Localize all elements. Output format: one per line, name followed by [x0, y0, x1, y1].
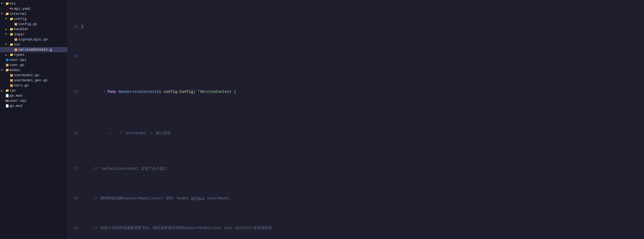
- sidebar-item-etc[interactable]: 📁 etc: [0, 1, 67, 6]
- sidebar-item-servicecontext[interactable]: 🐹 serviceContext.g: [0, 47, 67, 52]
- sidebar-item-handler[interactable]: 📁 handler: [0, 27, 67, 32]
- go-icon-usermodel: 🐹: [9, 73, 14, 77]
- sidebar-item-signuplogic[interactable]: 🐹 signupLogic.go: [0, 37, 67, 42]
- arrow-config: [5, 17, 9, 20]
- arrow-internal: [1, 12, 5, 15]
- line16-content: ⊣// UserModel -> 接口类型: [81, 124, 170, 142]
- label-model: model: [10, 68, 20, 72]
- go-icon-usermodel-gen: 🐹: [9, 79, 14, 82]
- folder-icon-svc: 📁: [9, 43, 14, 46]
- code-line-19: 19 // 但是小写的构造函数需要导出，因此需要通过调用NewUserModel…: [72, 225, 640, 231]
- label-etc: etc: [10, 2, 16, 6]
- label-signuplogic: signupLogic.go: [18, 37, 48, 41]
- sidebar-item-svc[interactable]: 📁 svc: [0, 42, 67, 47]
- code-line-15: 15 ⊢func NewServiceContext(c config.Conf…: [72, 83, 640, 101]
- sidebar-item-api-yaml[interactable]: YML api.yaml: [0, 6, 67, 11]
- sidebar-item-rpc[interactable]: 📁 rpc: [0, 88, 67, 93]
- folder-icon-etc: 📁: [5, 2, 10, 5]
- sidebar-item-gomod1[interactable]: 📄 go.mod: [0, 93, 67, 98]
- label-config: config: [14, 17, 27, 21]
- folder-icon-config: 📁: [9, 17, 14, 21]
- code-line-16: 16 ⊣// UserModel -> 接口类型: [72, 124, 640, 142]
- arrow-logic: [5, 33, 9, 36]
- file-icon-gomod2: 📄: [5, 104, 10, 108]
- label-user-go: user.go: [10, 63, 24, 67]
- label-user-api: user.api: [10, 58, 26, 62]
- arrow-rpc: [1, 89, 5, 92]
- sidebar-item-config[interactable]: 📁 config: [0, 16, 67, 22]
- line13-content: }: [81, 24, 83, 30]
- go-icon-config: 🐹: [13, 22, 18, 26]
- label-logic: logic: [14, 32, 24, 36]
- label-servicecontext: serviceContext.g: [18, 48, 52, 52]
- folder-icon-logic: 📁: [9, 33, 14, 36]
- label-config-go: config.go: [18, 22, 37, 26]
- sidebar-item-types[interactable]: 📁 types: [0, 52, 67, 57]
- editor-content: 13 } 14 15 ⊢func NewServiceContext(c con…: [67, 0, 644, 239]
- code-editor: 13 } 14 15 ⊢func NewServiceContext(c con…: [67, 0, 644, 239]
- arrow-svc: [5, 43, 9, 46]
- go-icon-vars: 🐹: [9, 84, 14, 87]
- label-gomod2: go.mod: [10, 104, 22, 108]
- code-line-13: 13 }: [72, 24, 640, 30]
- arrow-types: [5, 53, 9, 57]
- line19-content: // 但是小写的构造函数需要导出，因此需要通过调用NewUserModel(co…: [81, 225, 272, 231]
- sidebar-item-usermodel[interactable]: 🐹 usermodel.go: [0, 73, 67, 78]
- file-tree: 📁 etc YML api.yaml 📁 internal 📁 config 🐹…: [0, 0, 67, 239]
- label-usermodel: usermodel.go: [14, 73, 39, 77]
- code-line-14: 14: [72, 53, 640, 59]
- go-icon-user: 🐹: [5, 63, 10, 67]
- go-icon-servicecontext: 🐹: [13, 48, 18, 51]
- line14-content: [81, 53, 83, 59]
- arrow-handler: [5, 28, 9, 31]
- line15-content: ⊢func NewServiceContext(c config.Config)…: [81, 83, 236, 101]
- sql-icon-user: SQL: [5, 100, 10, 102]
- sidebar-item-user-go[interactable]: 🐹 user.go: [0, 62, 67, 68]
- label-user-sql: user.sql: [10, 99, 26, 103]
- folder-icon-internal: 📁: [5, 12, 10, 16]
- sidebar-item-usermodel-gen[interactable]: 🐹 usermodel_gen.go: [0, 78, 67, 83]
- line17-content: // *defaultUserModel 实现了这个接口: [81, 166, 167, 172]
- label-rpc: rpc: [10, 89, 16, 93]
- arrow-etc: [1, 2, 5, 5]
- line18-content: // 调用构造函数newUserModel(conn) 得到 *model.de…: [81, 195, 229, 201]
- arrow-model: [1, 69, 5, 72]
- sidebar-item-gomod2[interactable]: 📄 go.mod: [0, 103, 67, 108]
- code-content[interactable]: 13 } 14 15 ⊢func NewServiceContext(c con…: [67, 0, 644, 239]
- label-usermodel-gen: usermodel_gen.go: [14, 78, 48, 82]
- api-icon-user: 🔵: [5, 58, 10, 62]
- file-icon-gomod1: 📄: [5, 94, 10, 97]
- sidebar-item-vars[interactable]: 🐹 vars.go: [0, 83, 67, 88]
- label-api-yaml: api.yaml: [14, 7, 31, 11]
- label-vars: vars.go: [14, 83, 29, 87]
- sidebar-item-internal[interactable]: 📁 internal: [0, 11, 67, 16]
- sidebar-item-user-api[interactable]: 🔵 user.api: [0, 57, 67, 62]
- code-line-18: 18 // 调用构造函数newUserModel(conn) 得到 *model…: [72, 195, 640, 201]
- folder-icon-model: 📁: [5, 68, 10, 72]
- code-line-17: 17 // *defaultUserModel 实现了这个接口: [72, 166, 640, 172]
- label-gomod1: go.mod: [10, 94, 22, 98]
- label-handler: handler: [14, 27, 29, 31]
- folder-icon-rpc: 📁: [5, 89, 10, 92]
- label-types: types: [14, 53, 24, 57]
- yaml-icon-api: YML: [9, 8, 14, 10]
- sidebar-item-logic[interactable]: 📁 logic: [0, 32, 67, 37]
- sidebar-item-model[interactable]: 📁 model: [0, 68, 67, 73]
- sidebar-item-user-sql[interactable]: SQL user.sql: [0, 98, 67, 103]
- folder-icon-types: 📁: [9, 53, 14, 57]
- label-svc: svc: [14, 43, 20, 47]
- folder-icon-handler: 📁: [9, 27, 14, 31]
- sidebar-item-config-go[interactable]: 🐹 config.go: [0, 22, 67, 27]
- go-icon-signuplogic: 🐹: [13, 38, 18, 41]
- label-internal: internal: [10, 12, 26, 16]
